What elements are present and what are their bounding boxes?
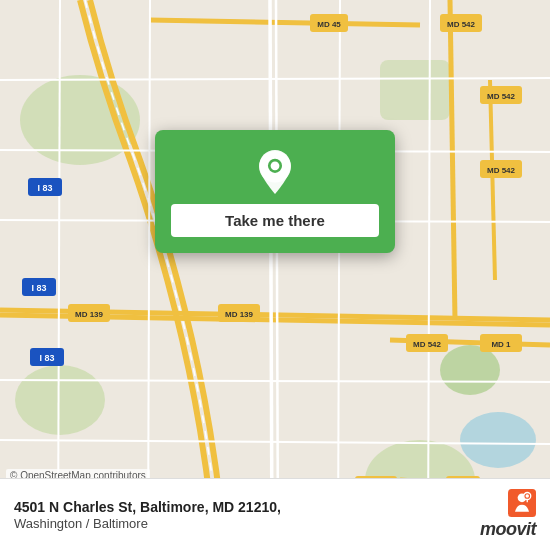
svg-point-62: [526, 494, 530, 498]
svg-line-15: [270, 0, 272, 550]
svg-point-6: [460, 412, 536, 468]
address-info: 4501 N Charles St, Baltimore, MD 21210, …: [14, 498, 468, 531]
svg-text:MD 45: MD 45: [317, 20, 341, 29]
svg-point-58: [271, 161, 280, 170]
svg-point-3: [440, 345, 500, 395]
map-container: I 83 I 83 I 83 I 83 MD 139 MD 139 MD 139…: [0, 0, 550, 550]
svg-text:MD 139: MD 139: [225, 310, 254, 319]
svg-text:MD 542: MD 542: [487, 92, 516, 101]
location-pin-icon: [253, 150, 297, 194]
moovit-logo: moovit: [480, 489, 536, 540]
svg-text:I 83: I 83: [39, 353, 54, 363]
svg-text:MD 139: MD 139: [75, 310, 104, 319]
svg-point-4: [15, 365, 105, 435]
svg-text:MD 542: MD 542: [447, 20, 476, 29]
svg-point-1: [20, 75, 140, 165]
city-line: Washington / Baltimore: [14, 516, 468, 531]
svg-text:I 83: I 83: [31, 283, 46, 293]
address-line: 4501 N Charles St, Baltimore, MD 21210,: [14, 498, 468, 516]
svg-text:MD 542: MD 542: [487, 166, 516, 175]
navigation-card: Take me there: [155, 130, 395, 253]
svg-text:I 83: I 83: [37, 183, 52, 193]
map-background: I 83 I 83 I 83 I 83 MD 139 MD 139 MD 139…: [0, 0, 550, 550]
moovit-brand-icon: [508, 489, 536, 517]
take-me-there-button[interactable]: Take me there: [171, 204, 379, 237]
svg-rect-59: [508, 489, 536, 517]
moovit-brand-name: moovit: [480, 519, 536, 540]
svg-text:MD 542: MD 542: [413, 340, 442, 349]
svg-rect-5: [380, 60, 450, 120]
bottom-info-bar: 4501 N Charles St, Baltimore, MD 21210, …: [0, 478, 550, 550]
svg-text:MD 1: MD 1: [491, 340, 511, 349]
